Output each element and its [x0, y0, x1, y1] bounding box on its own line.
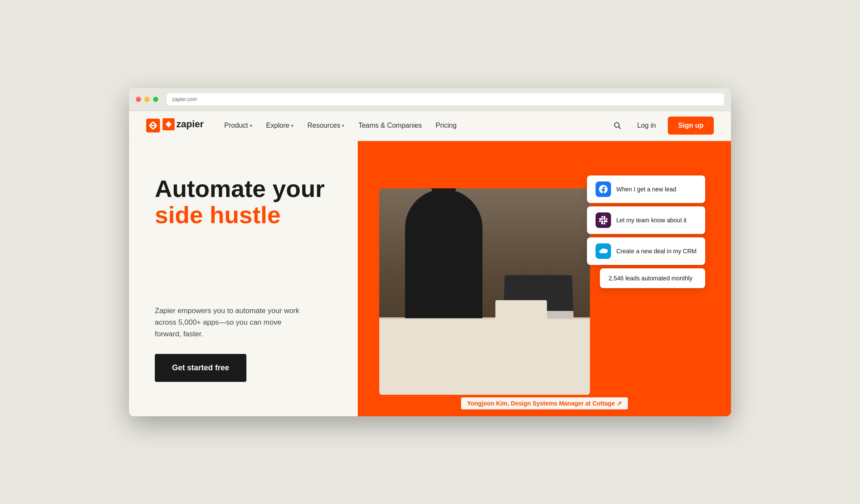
logo[interactable]: zapier: [146, 118, 204, 133]
attribution: Yongjoon Kim, Design Systems Manager at …: [461, 397, 628, 409]
automation-cards: When I get a new lead Let my team know a…: [587, 175, 705, 288]
person-head: [431, 188, 457, 198]
maximize-dot[interactable]: [153, 97, 158, 102]
card-2-text: Let my team know about it: [616, 217, 686, 224]
login-button[interactable]: Log in: [632, 118, 661, 133]
search-button[interactable]: [610, 118, 625, 133]
logo-text: zapier: [163, 118, 204, 133]
person-body: [405, 189, 482, 318]
nav-product[interactable]: Product ▾: [218, 111, 259, 141]
zapier-wordmark-icon: [163, 118, 175, 130]
facebook-icon: [596, 181, 611, 197]
hero-left: Automate your side hustle Zapier empower…: [129, 141, 358, 416]
slack-icon: [596, 212, 611, 228]
hero-title-highlight: side hustle: [155, 201, 281, 228]
browser-window: zapier.com: [129, 88, 731, 416]
nav-resources[interactable]: Resources ▾: [301, 111, 351, 141]
get-started-button[interactable]: Get started free: [155, 354, 246, 382]
hero-photo: [379, 188, 590, 395]
desk-surface: [379, 317, 590, 395]
slack-svg: [599, 216, 608, 224]
zapier-logo-icon: [146, 119, 160, 132]
attribution-text: Yongjoon Kim, Design Systems Manager at …: [467, 400, 615, 407]
close-dot[interactable]: [136, 97, 141, 102]
nav-pricing[interactable]: Pricing: [429, 111, 464, 141]
salesforce-svg: [599, 247, 608, 255]
nav-actions: Log in Sign up: [610, 117, 714, 135]
automation-card-2: Let my team know about it: [587, 206, 705, 234]
stats-text: 2,546 leads automated monthly: [608, 275, 692, 282]
nav-links: Product ▾ Explore ▾ Resources ▾ Teams & …: [218, 111, 610, 141]
salesforce-icon: [596, 243, 611, 259]
hero-right: When I get a new lead Let my team know a…: [358, 141, 731, 416]
card-3-text: Create a new deal in my CRM: [616, 248, 697, 255]
signup-button[interactable]: Sign up: [668, 117, 714, 135]
facebook-svg: [599, 185, 608, 194]
automation-card-1: When I get a new lead: [587, 175, 705, 203]
resources-chevron-icon: ▾: [342, 123, 344, 129]
nav-explore[interactable]: Explore ▾: [259, 111, 301, 141]
hero-section: Automate your side hustle Zapier empower…: [129, 141, 731, 416]
minimize-dot[interactable]: [144, 97, 150, 102]
navbar: zapier Product ▾ Explore ▾ Resources ▾: [129, 111, 731, 141]
search-icon: [613, 121, 622, 130]
logo-name: zapier: [176, 119, 204, 130]
product-chevron-icon: ▾: [250, 123, 252, 129]
address-bar[interactable]: zapier.com: [167, 93, 724, 105]
attribution-arrow-icon: ↗: [617, 400, 622, 407]
stats-card: 2,546 leads automated monthly: [600, 268, 705, 288]
nav-teams[interactable]: Teams & Companies: [351, 111, 429, 141]
automation-card-3: Create a new deal in my CRM: [587, 237, 705, 265]
page: zapier Product ▾ Explore ▾ Resources ▾: [129, 111, 731, 416]
hero-description: Zapier empowers you to automate your wor…: [155, 305, 301, 340]
chair: [495, 300, 547, 360]
hero-title: Automate your side hustle: [155, 175, 341, 228]
browser-chrome: zapier.com: [129, 88, 731, 111]
explore-chevron-icon: ▾: [291, 123, 294, 129]
card-1-text: When I get a new lead: [616, 186, 676, 193]
